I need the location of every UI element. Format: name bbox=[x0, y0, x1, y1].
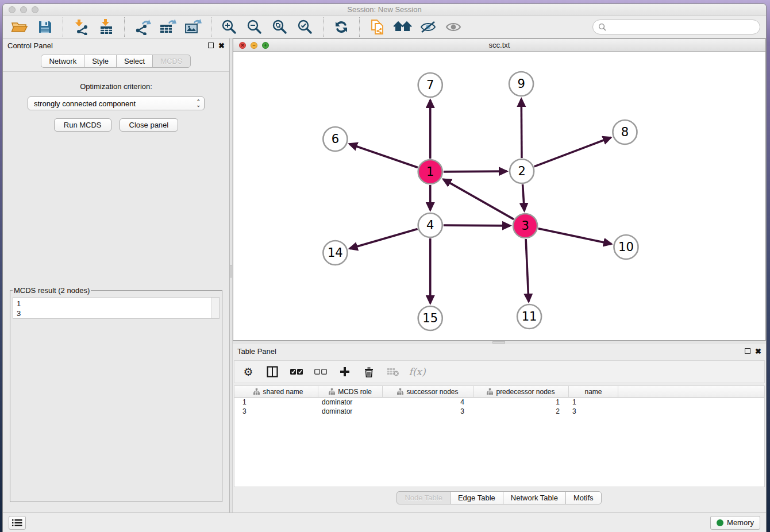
zoom-out-button[interactable] bbox=[244, 18, 265, 36]
vertical-splitter[interactable] bbox=[229, 38, 233, 512]
horizontal-splitter[interactable] bbox=[233, 341, 766, 344]
result-item[interactable]: 1 bbox=[17, 299, 211, 309]
show-all-button[interactable] bbox=[442, 18, 464, 36]
zoom-in-button[interactable] bbox=[218, 18, 240, 36]
column-header-successor-nodes[interactable]: successor nodes bbox=[383, 386, 473, 397]
column-header-predecessor-nodes[interactable]: predecessor nodes bbox=[473, 386, 569, 397]
open-file-button[interactable] bbox=[9, 18, 30, 36]
svg-text:7: 7 bbox=[426, 78, 434, 92]
table-cell: dominator bbox=[318, 398, 383, 407]
zoom-out-icon bbox=[247, 19, 263, 35]
column-header-MCDS-role[interactable]: MCDS role bbox=[318, 386, 383, 397]
titlebar: Session: New Session bbox=[3, 4, 766, 16]
function-builder-button[interactable]: f(x) bbox=[410, 365, 424, 379]
show-columns-button[interactable] bbox=[265, 365, 279, 379]
float-panel-icon[interactable] bbox=[745, 348, 750, 354]
right-column: ✕ − + scc.txt 7968124314101511 Table Pan… bbox=[233, 38, 766, 512]
edge-4-3[interactable] bbox=[444, 225, 510, 226]
edge-4-14[interactable] bbox=[349, 229, 417, 248]
float-panel-icon[interactable] bbox=[208, 43, 214, 48]
search-input[interactable] bbox=[606, 22, 754, 31]
node-10[interactable]: 10 bbox=[614, 235, 638, 259]
edge-1-6[interactable] bbox=[349, 144, 418, 167]
select-all-columns-button[interactable] bbox=[290, 365, 303, 379]
zoom-fit-button[interactable] bbox=[269, 18, 291, 36]
table-row[interactable]: 1dominator411 bbox=[234, 398, 764, 407]
tab-network-table[interactable]: Network Table bbox=[503, 491, 566, 504]
task-history-button[interactable] bbox=[9, 516, 26, 530]
node-8[interactable]: 8 bbox=[613, 120, 637, 144]
table-panel: Table Panel ✖ ⚙ bbox=[233, 344, 766, 512]
unselect-all-columns-button[interactable] bbox=[314, 365, 328, 379]
eye-icon bbox=[445, 20, 462, 34]
edge-3-1[interactable] bbox=[443, 179, 514, 219]
node-9[interactable]: 9 bbox=[509, 72, 533, 96]
add-column-button[interactable] bbox=[338, 365, 352, 379]
network-canvas[interactable]: 7968124314101511 bbox=[233, 52, 765, 340]
import-network-button[interactable] bbox=[70, 18, 92, 36]
column-header-name[interactable]: name bbox=[569, 386, 618, 397]
zoom-selected-button[interactable] bbox=[294, 18, 316, 36]
svg-text:9: 9 bbox=[517, 76, 525, 91]
node-3[interactable]: 3 bbox=[513, 214, 537, 238]
status-bar: Memory bbox=[3, 512, 766, 532]
table-panel-header: Table Panel ✖ bbox=[233, 344, 766, 358]
save-session-button[interactable] bbox=[34, 18, 56, 36]
node-15[interactable]: 15 bbox=[418, 306, 442, 330]
import-table-button[interactable] bbox=[95, 18, 117, 36]
columns-icon bbox=[267, 366, 278, 377]
toolbar-separator bbox=[359, 17, 360, 37]
unchecked-boxes-icon bbox=[314, 368, 327, 375]
memory-button[interactable]: Memory bbox=[710, 516, 760, 530]
memory-label: Memory bbox=[727, 518, 754, 527]
edge-2-8[interactable] bbox=[534, 137, 611, 167]
edge-2-3[interactable] bbox=[523, 184, 525, 211]
first-neighbors-button[interactable] bbox=[392, 18, 414, 36]
toolbar-separator bbox=[211, 17, 211, 37]
table-row[interactable]: 3dominator323 bbox=[234, 407, 764, 416]
run-mcds-button[interactable]: Run MCDS bbox=[54, 118, 111, 132]
export-table-button[interactable] bbox=[157, 18, 179, 36]
apply-layout-button[interactable] bbox=[330, 18, 352, 36]
export-network-button[interactable] bbox=[132, 18, 153, 36]
edge-3-11[interactable] bbox=[526, 239, 529, 302]
delete-columns-button[interactable] bbox=[362, 365, 376, 379]
node-2[interactable]: 2 bbox=[510, 159, 534, 183]
hide-selected-button[interactable] bbox=[417, 18, 439, 36]
node-6[interactable]: 6 bbox=[323, 127, 347, 151]
close-panel-icon[interactable]: ✖ bbox=[755, 348, 761, 355]
optimization-criterion-select[interactable]: strongly connected component ⌃⌄ bbox=[28, 97, 205, 110]
network-window-titlebar: ✕ − + scc.txt bbox=[233, 39, 765, 52]
node-14[interactable]: 14 bbox=[323, 241, 347, 265]
sort-icon bbox=[253, 388, 260, 395]
save-floppy-icon bbox=[37, 20, 52, 34]
node-1[interactable]: 1 bbox=[418, 160, 442, 184]
splitter-grip[interactable] bbox=[492, 341, 505, 344]
tab-edge-table[interactable]: Edge Table bbox=[450, 491, 503, 504]
tab-node-table[interactable]: Node Table bbox=[396, 491, 451, 504]
result-item[interactable]: 3 bbox=[17, 309, 211, 318]
export-image-button[interactable] bbox=[182, 18, 204, 36]
table-options-button[interactable]: ⚙ bbox=[241, 365, 255, 379]
criterion-selected-value: strongly connected component bbox=[34, 99, 136, 108]
new-network-from-selection-button[interactable] bbox=[367, 18, 388, 36]
delete-table-button[interactable] bbox=[386, 365, 400, 379]
close-panel-icon[interactable]: ✖ bbox=[218, 42, 225, 49]
tab-select[interactable]: Select bbox=[116, 55, 153, 68]
tab-mcds[interactable]: MCDS bbox=[152, 55, 190, 68]
mcds-result-list: 13 bbox=[13, 298, 211, 318]
edge-3-10[interactable] bbox=[538, 229, 611, 244]
close-panel-button[interactable]: Close panel bbox=[120, 118, 179, 132]
edge-1-2[interactable] bbox=[444, 171, 507, 172]
table-toolbar: ⚙ bbox=[234, 360, 765, 383]
node-4[interactable]: 4 bbox=[418, 213, 442, 237]
node-7[interactable]: 7 bbox=[418, 73, 442, 97]
node-11[interactable]: 11 bbox=[517, 304, 541, 329]
tab-network[interactable]: Network bbox=[41, 55, 84, 68]
tab-style[interactable]: Style bbox=[84, 55, 117, 68]
tab-motifs[interactable]: Motifs bbox=[565, 491, 602, 504]
edge-2-9[interactable] bbox=[521, 99, 522, 158]
column-header-shared-name[interactable]: shared name bbox=[239, 386, 318, 397]
result-scrollbar[interactable] bbox=[211, 298, 219, 318]
splitter-grip[interactable] bbox=[230, 265, 232, 277]
